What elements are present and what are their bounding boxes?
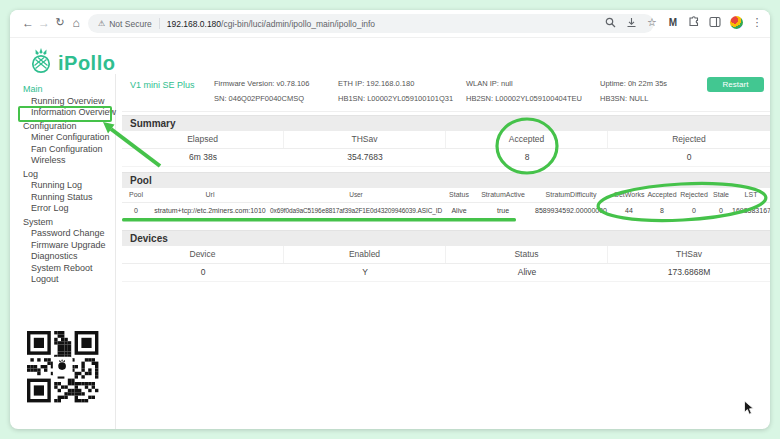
sidebar-item-logout[interactable]: Logout	[18, 274, 116, 286]
device-info-header: V1 mini SE Plus Firmware Version: v0.78.…	[122, 74, 770, 112]
devices-section: Devices Device Enabled Status THSav 0 Y …	[122, 230, 770, 282]
sidebar-item-error-log[interactable]: Error Log	[18, 203, 116, 215]
devices-header-row: Device Enabled Status THSav	[122, 246, 770, 264]
side-panel-icon[interactable]	[708, 15, 722, 29]
annotation-overlay	[10, 10, 770, 429]
metamask-extension-icon[interactable]: M	[666, 15, 680, 29]
devices-data-row: 0 Y Alive 173.6868M	[122, 264, 770, 282]
pool-header-url: Url	[150, 188, 270, 202]
sidebar-item-password-change[interactable]: Password Change	[18, 228, 116, 240]
summary-elapsed-value: 6m 38s	[122, 149, 284, 166]
pool-header-stale: Stale	[710, 188, 732, 202]
reload-icon[interactable]: ↻	[52, 16, 68, 29]
sidebar-item-running-log[interactable]: Running Log	[18, 180, 116, 192]
summary-header-accepted: Accepted	[446, 131, 608, 148]
profile-avatar[interactable]	[729, 15, 743, 29]
qr-code	[22, 326, 104, 408]
install-icon[interactable]	[624, 15, 638, 29]
search-icon[interactable]	[603, 15, 617, 29]
pool-getworks-value: 44	[612, 203, 646, 218]
pool-header-stratumdifficulty: StratumDifficulty	[530, 188, 612, 202]
summary-header-elapsed: Elapsed	[122, 131, 284, 148]
pool-section: Pool Pool Url User Status StratumActive …	[122, 172, 770, 218]
summary-section-title: Summary	[122, 115, 770, 131]
screenshot-background: ← → ↻ ⌂ ⚠ Not Secure 192.168.0.180 /cgi-…	[0, 0, 780, 439]
summary-section: Summary Elapsed THSav Accepted Rejected …	[122, 115, 770, 167]
summary-header-row: Elapsed THSav Accepted Rejected	[122, 131, 770, 149]
pool-data-row: 0 stratum+tcp://etc.2miners.com:1010 0x6…	[122, 203, 770, 218]
pool-status-value: Alive	[442, 203, 476, 218]
pool-header-stratumactive: StratumActive	[476, 188, 530, 202]
logo-text: iPollo	[58, 52, 115, 75]
url-host: 192.168.0.180	[167, 19, 221, 29]
sidebar-nav: Main Running Overview Information Overvi…	[18, 82, 116, 286]
wlan-ip: WLAN IP: null	[466, 76, 582, 91]
not-secure-warning-icon: ⚠	[98, 19, 105, 28]
devices-enabled-value: Y	[284, 264, 446, 281]
home-icon[interactable]: ⌂	[68, 16, 84, 30]
browser-menu-icon[interactable]: ⋮	[750, 15, 764, 29]
hb2sn: HB2SN: L00002YL059100404TEU	[466, 91, 582, 106]
pool-header-getworks: GetWorks	[612, 188, 646, 202]
firmware-version: Firmware Version: v0.78.106	[214, 76, 309, 91]
devices-thsav-value: 173.6868M	[608, 264, 770, 281]
sidebar-item-system-reboot[interactable]: System Reboot	[18, 263, 116, 275]
sidebar-item-miner-configuration[interactable]: Miner Configuration	[18, 132, 116, 144]
uptime: Uptime: 0h 22m 35s	[600, 76, 667, 91]
summary-accepted-value: 8	[446, 149, 608, 166]
devices-section-title: Devices	[122, 230, 770, 246]
pool-url-value: stratum+tcp://etc.2miners.com:1010	[150, 203, 270, 218]
browser-window: ← → ↻ ⌂ ⚠ Not Secure 192.168.0.180 /cgi-…	[10, 10, 770, 429]
pool-header-row: Pool Url User Status StratumActive Strat…	[122, 188, 770, 203]
url-divider	[159, 18, 160, 29]
eth-ip: ETH IP: 192.168.0.180	[338, 76, 453, 91]
pool-header-lst: LST	[732, 188, 770, 202]
annotation-underline-pool-row	[122, 218, 516, 222]
device-model: V1 mini SE Plus	[130, 80, 195, 90]
back-icon[interactable]: ←	[20, 16, 36, 30]
pool-header-rejected: Rejected	[678, 188, 710, 202]
pool-header-user: User	[270, 188, 442, 202]
devices-device-value: 0	[122, 264, 284, 281]
pool-rejected-value: 0	[678, 203, 710, 218]
forward-icon[interactable]: →	[36, 16, 52, 30]
sidebar-item-fan-configuration[interactable]: Fan Configuration	[18, 144, 116, 156]
hb3sn: HB3SN: NULL	[600, 91, 667, 106]
pool-header-status: Status	[442, 188, 476, 202]
address-bar[interactable]: ⚠ Not Secure 192.168.0.180 /cgi-bin/luci…	[88, 14, 654, 33]
devices-status-value: Alive	[446, 264, 608, 281]
devices-header-enabled: Enabled	[284, 246, 446, 263]
sidebar-item-wireless[interactable]: Wireless	[18, 155, 116, 167]
pineapple-logo-icon	[30, 48, 52, 79]
pool-header-accepted: Accepted	[646, 188, 678, 202]
pool-user-value: 0x69f0da9aC5196e8817af39a2F1E0d432099460…	[270, 203, 442, 218]
ipollo-logo: iPollo	[30, 48, 115, 79]
pool-lst-value: 1698583167	[732, 203, 770, 218]
sidebar-item-firmware-upgrade[interactable]: Firmware Upgrade	[18, 240, 116, 252]
summary-rejected-value: 0	[608, 149, 770, 166]
sidebar-section-log[interactable]: Log	[18, 169, 116, 181]
not-secure-label: Not Secure	[109, 19, 152, 29]
bookmark-star-icon[interactable]: ☆	[645, 15, 659, 29]
pool-header-pool: Pool	[122, 188, 150, 202]
sidebar-item-running-status[interactable]: Running Status	[18, 192, 116, 204]
sidebar-item-information-overview[interactable]: Information Overview	[18, 107, 116, 119]
sidebar-section-configuration[interactable]: Configuration	[18, 121, 116, 133]
sidebar-section-system[interactable]: System	[18, 217, 116, 229]
sidebar-item-running-overview[interactable]: Running Overview	[18, 96, 116, 108]
summary-header-thsav: THSav	[284, 131, 446, 148]
extensions-puzzle-icon[interactable]	[687, 15, 701, 29]
cursor-icon	[743, 400, 755, 420]
serial-number: SN: 046Q02PF0040CMSQ	[214, 91, 309, 106]
devices-header-status: Status	[446, 246, 608, 263]
url-path: /cgi-bin/luci/admin/ipollo_main/ipollo_i…	[221, 19, 375, 29]
pool-stratumactive-value: true	[476, 203, 530, 218]
pool-accepted-value: 8	[646, 203, 678, 218]
sidebar-item-diagnostics[interactable]: Diagnostics	[18, 251, 116, 263]
devices-header-device: Device	[122, 246, 284, 263]
restart-button[interactable]: Restart	[707, 77, 764, 92]
sidebar-section-main[interactable]: Main	[18, 84, 116, 96]
summary-thsav-value: 354.7683	[284, 149, 446, 166]
pool-stale-value: 0	[710, 203, 732, 218]
summary-data-row: 6m 38s 354.7683 8 0	[122, 149, 770, 167]
